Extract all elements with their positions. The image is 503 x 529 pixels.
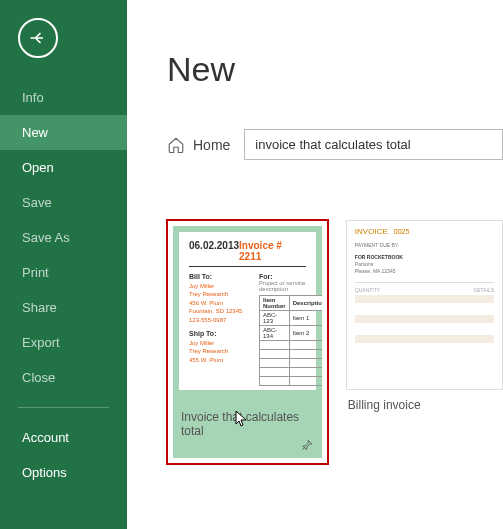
nav-separator: [18, 407, 109, 408]
preview-date: 06.02.2013: [189, 240, 239, 262]
nav-save[interactable]: Save: [0, 185, 127, 220]
arrow-left-icon: [28, 28, 48, 48]
main-panel: New Home 06.02.2013 Invoice # 2211 Bill …: [127, 0, 503, 529]
nav-share[interactable]: Share: [0, 290, 127, 325]
col-item-number: Item Number: [260, 296, 290, 311]
template-label: Billing invoice: [346, 390, 503, 428]
nav-list: Info New Open Save Save As Print Share E…: [0, 80, 127, 490]
template-invoice-calculates-total[interactable]: 06.02.2013 Invoice # 2211 Bill To: Joy M…: [167, 220, 328, 464]
preview-title: INVOICE: [355, 227, 388, 236]
ship-to-label: Ship To:: [189, 330, 249, 337]
preview-table: Item NumberDescription ABC-123Item 1 ABC…: [259, 295, 322, 386]
nav-open[interactable]: Open: [0, 150, 127, 185]
breadcrumb-home[interactable]: Home: [167, 136, 230, 154]
backstage-sidebar: Info New Open Save Save As Print Share E…: [0, 0, 127, 529]
col-description: Description: [289, 296, 322, 311]
bill-to-label: Bill To:: [189, 273, 249, 280]
preview-document: INVOICE 0025 PAYMENT DUE BY: FOR ROCKETB…: [347, 221, 502, 349]
table-row: ABC-123Item 1: [260, 311, 322, 326]
for-desc: Project or service description: [259, 280, 322, 292]
template-label: Invoice that calculates total: [173, 396, 322, 458]
nav-info[interactable]: Info: [0, 80, 127, 115]
table-row: [260, 359, 322, 368]
table-row: [260, 341, 322, 350]
table-row: [260, 368, 322, 377]
bill-to-lines: Joy Miller Trey Research 456 W. Plum Fou…: [189, 282, 249, 324]
cursor-icon: [235, 410, 249, 428]
table-row: [260, 377, 322, 386]
nav-print[interactable]: Print: [0, 255, 127, 290]
back-button[interactable]: [18, 18, 58, 58]
nav-account[interactable]: Account: [0, 420, 127, 455]
home-icon: [167, 136, 185, 154]
search-row: Home: [167, 129, 503, 160]
pin-icon[interactable]: [300, 438, 314, 452]
template-billing-invoice[interactable]: INVOICE 0025 PAYMENT DUE BY: FOR ROCKETB…: [346, 220, 503, 464]
ship-to-lines: Joy Miller Trey Research 455 W. Plum: [189, 339, 249, 364]
nav-close[interactable]: Close: [0, 360, 127, 395]
template-preview: 06.02.2013 Invoice # 2211 Bill To: Joy M…: [173, 226, 322, 396]
breadcrumb-label: Home: [193, 137, 230, 153]
nav-save-as[interactable]: Save As: [0, 220, 127, 255]
nav-options[interactable]: Options: [0, 455, 127, 490]
nav-export[interactable]: Export: [0, 325, 127, 360]
template-gallery: 06.02.2013 Invoice # 2211 Bill To: Joy M…: [167, 220, 503, 464]
page-title: New: [167, 50, 503, 89]
preview-number: 0025: [394, 228, 410, 235]
template-preview: INVOICE 0025 PAYMENT DUE BY: FOR ROCKETB…: [346, 220, 503, 390]
for-label: For:: [259, 273, 322, 280]
table-row: [260, 350, 322, 359]
table-row: ABC-134Item 2: [260, 326, 322, 341]
preview-invoice-number: Invoice # 2211: [239, 240, 306, 262]
preview-document: 06.02.2013 Invoice # 2211 Bill To: Joy M…: [179, 232, 316, 390]
template-search-input[interactable]: [244, 129, 503, 160]
nav-new[interactable]: New: [0, 115, 127, 150]
